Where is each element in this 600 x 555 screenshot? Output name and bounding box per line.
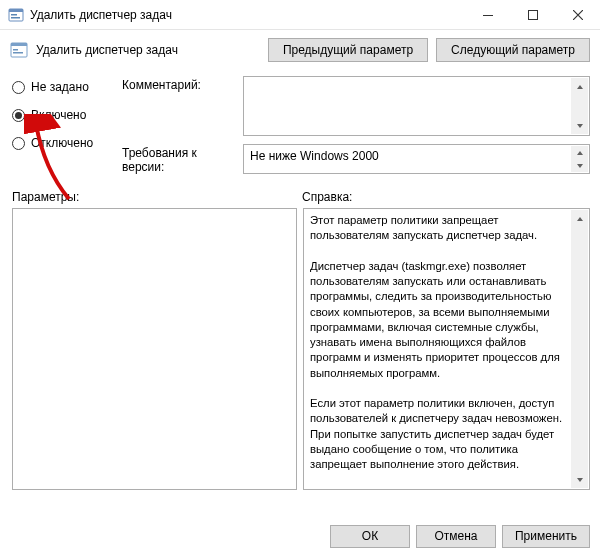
svg-rect-9 — [13, 52, 23, 54]
next-setting-button[interactable]: Следующий параметр — [436, 38, 590, 62]
help-pane: Этот параметр политики запрещает пользов… — [303, 208, 590, 490]
policy-icon — [10, 41, 28, 59]
header-row: Удалить диспетчер задач Предыдущий парам… — [0, 30, 600, 70]
svg-rect-7 — [11, 43, 27, 46]
help-text: Этот параметр политики запрещает пользов… — [310, 213, 567, 485]
dialog-buttons: ОК Отмена Применить — [330, 525, 590, 548]
radio-icon — [12, 137, 25, 150]
radio-icon — [12, 109, 25, 122]
lower-pane: Этот параметр политики запрещает пользов… — [0, 208, 600, 490]
svg-rect-8 — [13, 49, 18, 51]
mid-labels: Параметры: Справка: — [0, 176, 600, 208]
scrollbar[interactable] — [571, 146, 588, 172]
close-button[interactable] — [555, 0, 600, 30]
comment-textarea[interactable] — [243, 76, 590, 136]
setting-title: Удалить диспетчер задач — [36, 43, 260, 57]
state-radio-group: Не задано Включено Отключено — [12, 76, 112, 150]
help-label: Справка: — [302, 190, 590, 204]
scroll-up-icon — [571, 78, 588, 95]
scroll-down-icon — [571, 159, 588, 172]
svg-rect-1 — [9, 9, 23, 12]
cancel-button[interactable]: Отмена — [416, 525, 496, 548]
title-bar: Удалить диспетчер задач — [0, 0, 600, 30]
radio-label: Отключено — [31, 136, 93, 150]
radio-disabled[interactable]: Отключено — [12, 136, 112, 150]
window-title: Удалить диспетчер задач — [30, 8, 172, 22]
requirements-value: Не ниже Windows 2000 — [250, 149, 379, 163]
options-label: Параметры: — [12, 190, 302, 204]
previous-setting-button[interactable]: Предыдущий параметр — [268, 38, 428, 62]
requirements-box: Не ниже Windows 2000 — [243, 144, 590, 174]
svg-rect-2 — [11, 14, 17, 16]
ok-button[interactable]: ОК — [330, 525, 410, 548]
upper-pane: Не задано Включено Отключено Комментарий… — [0, 70, 600, 176]
svg-rect-5 — [528, 10, 537, 19]
scrollbar[interactable] — [571, 78, 588, 134]
scroll-down-icon — [571, 471, 588, 488]
app-icon — [8, 7, 24, 23]
options-pane — [12, 208, 297, 490]
radio-label: Включено — [31, 108, 86, 122]
maximize-button[interactable] — [510, 0, 555, 30]
svg-rect-4 — [483, 15, 493, 16]
radio-not-configured[interactable]: Не задано — [12, 80, 112, 94]
scroll-down-icon — [571, 117, 588, 134]
scrollbar[interactable] — [571, 210, 588, 488]
apply-button[interactable]: Применить — [502, 525, 590, 548]
radio-label: Не задано — [31, 80, 89, 94]
svg-rect-3 — [11, 17, 20, 19]
fields-grid: Комментарий: Требования к версии: Не ниж… — [122, 76, 590, 176]
radio-icon — [12, 81, 25, 94]
scroll-up-icon — [571, 146, 588, 159]
radio-enabled[interactable]: Включено — [12, 108, 112, 122]
comment-label: Комментарий: — [122, 76, 237, 92]
minimize-button[interactable] — [465, 0, 510, 30]
scroll-up-icon — [571, 210, 588, 227]
requirements-label: Требования к версии: — [122, 144, 237, 174]
